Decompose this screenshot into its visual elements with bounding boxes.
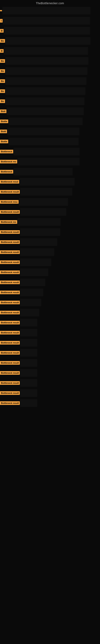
bottleneck-label: Bottle (0, 120, 8, 123)
dark-bar (20, 399, 37, 407)
dark-bar (2, 7, 90, 14)
list-item: Bottleneck result (0, 378, 100, 388)
list-item: Bottleneck res (0, 156, 100, 167)
list-item: Bottleneck result (0, 358, 100, 368)
bottleneck-label: Bottleneck result (0, 381, 20, 385)
dark-bar (5, 57, 88, 65)
dark-bar (20, 288, 43, 296)
dark-bar (20, 389, 37, 397)
list-item: Bo (0, 56, 100, 66)
dark-bar (20, 329, 37, 336)
dark-bar (14, 148, 80, 155)
list-item: Bottle (0, 136, 100, 146)
list-item: Bo (0, 36, 100, 46)
dark-bar (18, 158, 80, 166)
list-item: Bottleneck res (0, 217, 100, 227)
bottleneck-label: Bottleneck result (0, 290, 20, 294)
bottleneck-label: Bottleneck resu (0, 200, 19, 204)
list-item: Bottleneck result (0, 237, 100, 247)
list-item: Bottleneck result (0, 247, 100, 257)
bottleneck-label: Bottleneck res (0, 160, 17, 164)
bottleneck-label: Bott (0, 110, 6, 113)
bottleneck-label: Bottleneck result (0, 301, 20, 304)
list-item: Bottleneck result (0, 308, 100, 318)
list-item: Bottleneck (0, 146, 100, 156)
bottleneck-label: l (0, 19, 2, 22)
list-item: Bottleneck result (0, 388, 100, 398)
list-item: B (0, 46, 100, 56)
dark-bar (4, 47, 88, 55)
bottleneck-label: Bo (0, 69, 5, 73)
list-item: Bottleneck result (0, 207, 100, 217)
dark-bar (9, 138, 79, 145)
dark-bar (20, 299, 41, 306)
bottleneck-label: Bottleneck result (0, 331, 20, 334)
dark-bar (5, 98, 84, 105)
bottleneck-label: Bo (0, 79, 5, 83)
dark-bar (9, 118, 83, 125)
bottleneck-label: Bottl (0, 130, 7, 133)
list-item: Bottleneck result (0, 267, 100, 277)
list-item: Bottleneck result (0, 328, 100, 338)
list-item: Bottleneck result (0, 257, 100, 267)
dark-bar (20, 188, 72, 196)
dark-bar (7, 128, 79, 135)
bottleneck-label: B (0, 29, 3, 32)
dark-bar (3, 17, 90, 24)
list-item: B (0, 26, 100, 36)
list-item: Bottleneck result (0, 338, 100, 348)
list-item: Bottleneck result (0, 288, 100, 298)
bottleneck-label: Bottleneck result (0, 250, 20, 254)
bottleneck-label: Bottleneck result (0, 311, 20, 314)
dark-bar (20, 379, 37, 387)
list-item: Bottleneck result (0, 227, 100, 237)
dark-bar (18, 218, 61, 226)
bottleneck-label: Bottleneck (0, 170, 13, 174)
dark-bar (20, 309, 39, 316)
list-item: Bottleneck result (0, 368, 100, 378)
list-item (0, 6, 100, 16)
dark-bar (20, 268, 48, 276)
list-item: Bottleneck result (0, 277, 100, 288)
list-item: Bottleneck result (0, 348, 100, 358)
list-item: Bo (0, 86, 100, 96)
list-item: Bo (0, 96, 100, 106)
bottleneck-label: Bottleneck result (0, 401, 20, 405)
bottleneck-label: Bottleneck result (0, 391, 20, 395)
list-item: Bottleneck result (0, 398, 100, 408)
dark-bar (20, 248, 54, 256)
dark-bar (5, 67, 87, 75)
dark-bar (20, 349, 37, 356)
dark-bar (20, 319, 37, 326)
bottleneck-label: Bottleneck res (0, 220, 17, 224)
dark-bar (19, 198, 68, 206)
bottleneck-label: Bottleneck (0, 150, 13, 153)
dark-bar (20, 208, 66, 216)
site-title: TheBottlenecker.com (0, 0, 100, 6)
dark-bar (20, 369, 37, 377)
bottleneck-label: Bottleneck resul (0, 180, 19, 184)
dark-bar (20, 178, 75, 186)
bottleneck-label: Bottleneck result (0, 210, 20, 214)
list-item: Bott (0, 106, 100, 116)
list-item: Bottl (0, 126, 100, 136)
bottleneck-label: Bottleneck result (0, 270, 20, 274)
bottleneck-label: Bottleneck result (0, 321, 20, 324)
list-item: l (0, 16, 100, 26)
dark-bar (20, 339, 37, 346)
bottleneck-label: Bottle (0, 140, 8, 143)
list-item: Bottleneck result (0, 318, 100, 328)
list-item: Bottleneck resul (0, 177, 100, 187)
bottleneck-label: Bottleneck result (0, 341, 20, 344)
bottleneck-label: Bottleneck result (0, 351, 20, 354)
list-item: Bo (0, 66, 100, 76)
bottleneck-label: Bottleneck result (0, 190, 20, 194)
list-item: Bottleneck result (0, 187, 100, 197)
list-item: Bottle (0, 116, 100, 126)
bottleneck-label: Bottleneck result (0, 361, 20, 365)
dark-bar (20, 238, 57, 246)
dark-bar (5, 77, 86, 85)
dark-bar (20, 278, 45, 286)
dark-bar (20, 258, 51, 266)
bottleneck-label: Bo (0, 59, 5, 63)
